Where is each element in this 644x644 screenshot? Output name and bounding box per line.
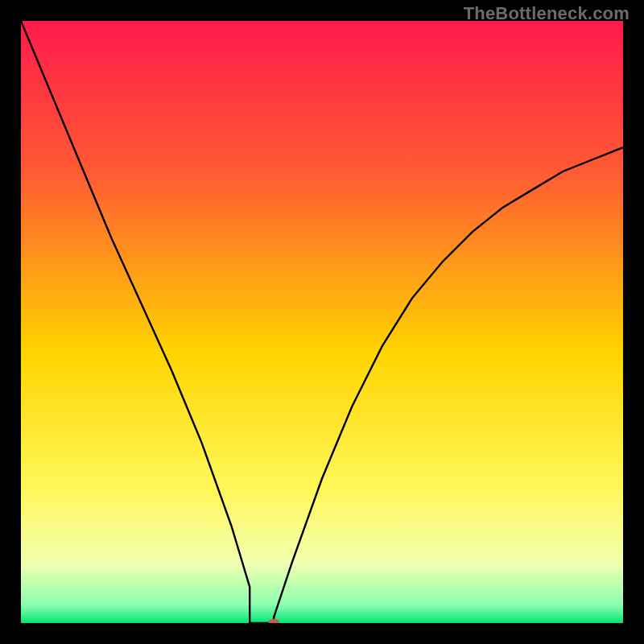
bottleneck-chart [21, 21, 623, 623]
plot-area [21, 21, 623, 623]
chart-frame: TheBottleneck.com [0, 0, 644, 644]
watermark-text: TheBottleneck.com [464, 3, 630, 24]
gradient-background [21, 21, 623, 623]
